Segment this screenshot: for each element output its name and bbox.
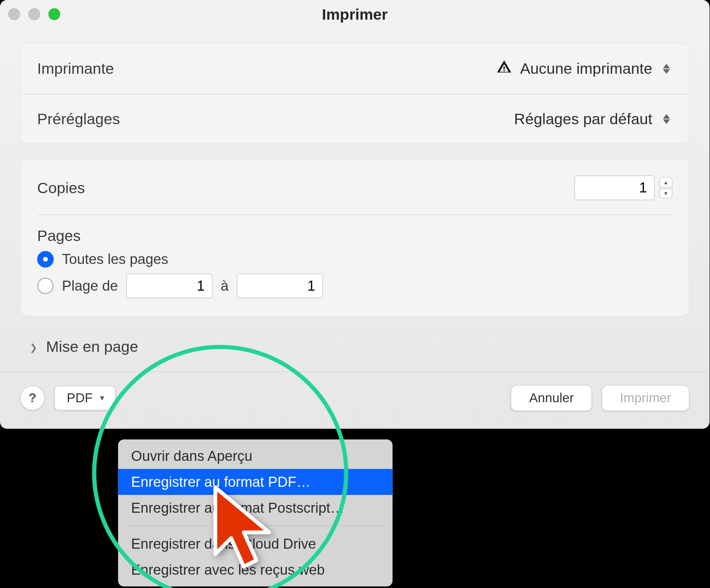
pages-group: Pages Toutes les pages Plage de à bbox=[37, 215, 672, 298]
printer-presets-panel: Imprimante Aucune imprimante Préréglages bbox=[20, 43, 689, 144]
print-button-label: Imprimer bbox=[620, 390, 671, 406]
help-button[interactable]: ? bbox=[20, 386, 45, 410]
pages-label: Pages bbox=[37, 227, 672, 245]
printer-row: Imprimante Aucune imprimante bbox=[21, 44, 689, 94]
copies-label: Copies bbox=[37, 179, 85, 197]
presets-value: Réglages par défaut bbox=[514, 110, 652, 128]
printer-value: Aucune imprimante bbox=[520, 60, 652, 78]
pages-all-label: Toutes les pages bbox=[62, 251, 168, 268]
pages-all-radio-row: Toutes les pages bbox=[37, 251, 672, 268]
chevron-right-icon: ❯ bbox=[30, 342, 38, 353]
print-button[interactable]: Imprimer bbox=[602, 385, 690, 411]
minimize-window-button[interactable] bbox=[28, 8, 40, 20]
cancel-button-label: Annuler bbox=[529, 390, 574, 406]
pages-from-input[interactable] bbox=[126, 274, 213, 298]
printer-popup[interactable]: Aucune imprimante bbox=[497, 59, 673, 79]
pages-to-input[interactable] bbox=[237, 274, 323, 298]
chevron-down-icon: ▼ bbox=[99, 394, 106, 402]
help-icon: ? bbox=[29, 390, 36, 406]
warning-icon bbox=[497, 59, 512, 79]
pdf-dropdown-menu: Ouvrir dans AperçuEnregistrer au format … bbox=[118, 439, 393, 587]
up-down-icon bbox=[661, 60, 673, 77]
titlebar: Imprimer bbox=[0, 0, 710, 27]
menu-item[interactable]: Enregistrer au format Postscript… bbox=[118, 495, 393, 521]
presets-row: Préréglages Réglages par défaut bbox=[21, 94, 689, 143]
print-dialog: Imprimer Imprimante Aucune imprimante bbox=[0, 0, 710, 429]
zoom-window-button[interactable] bbox=[49, 8, 60, 20]
menu-item[interactable]: Enregistrer avec les reçus web bbox=[118, 557, 393, 583]
layout-disclosure[interactable]: ❯ Mise en page bbox=[37, 338, 690, 356]
close-window-button[interactable] bbox=[8, 8, 20, 20]
stepper-down-icon[interactable]: ▼ bbox=[659, 188, 672, 198]
window-title: Imprimer bbox=[0, 5, 710, 23]
printer-label: Imprimante bbox=[37, 60, 114, 78]
menu-item[interactable]: Enregistrer au format PDF… bbox=[118, 469, 393, 495]
cancel-button[interactable]: Annuler bbox=[511, 385, 593, 411]
menu-item[interactable]: Ouvrir dans Aperçu bbox=[118, 443, 393, 469]
copies-pages-panel: Copies ▲ ▼ Pages Toutes les pages bbox=[20, 158, 689, 317]
pages-range-radio-row: Plage de à bbox=[37, 274, 672, 298]
copies-input[interactable] bbox=[574, 175, 655, 200]
presets-popup[interactable]: Réglages par défaut bbox=[514, 110, 672, 128]
layout-disclosure-label: Mise en page bbox=[46, 338, 138, 356]
pages-range-label: Plage de bbox=[62, 278, 118, 294]
footer: ? PDF ▼ Annuler Imprimer bbox=[0, 372, 710, 411]
pdf-dropdown-button[interactable]: PDF ▼ bbox=[54, 386, 116, 410]
menu-item[interactable]: Enregistrer dans iCloud Drive bbox=[118, 531, 393, 557]
traffic-lights bbox=[8, 8, 60, 20]
stepper-up-icon[interactable]: ▲ bbox=[659, 177, 672, 187]
menu-separator bbox=[126, 526, 384, 526]
up-down-icon bbox=[661, 111, 673, 128]
copies-row: Copies ▲ ▼ bbox=[37, 171, 672, 215]
presets-label: Préréglages bbox=[37, 110, 120, 128]
pages-to-label: à bbox=[220, 278, 228, 294]
pages-range-radio[interactable] bbox=[37, 278, 54, 294]
pdf-dropdown-label: PDF bbox=[67, 390, 93, 406]
copies-stepper[interactable]: ▲ ▼ bbox=[659, 177, 672, 198]
pages-all-radio[interactable] bbox=[37, 251, 54, 268]
